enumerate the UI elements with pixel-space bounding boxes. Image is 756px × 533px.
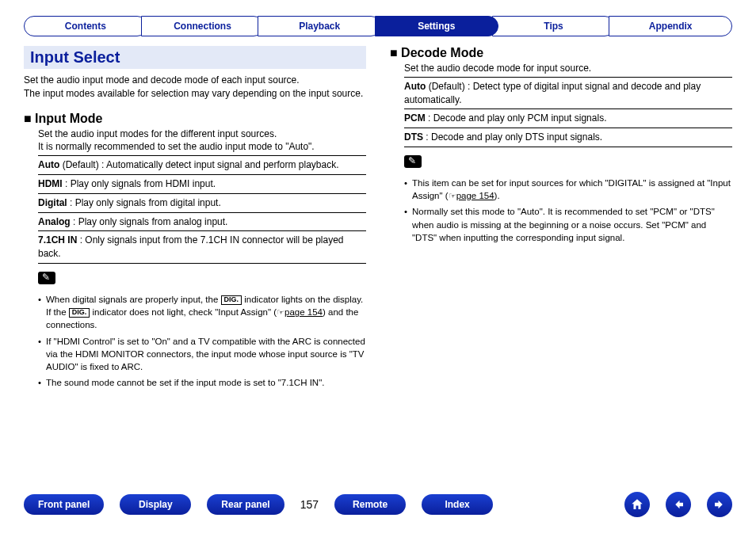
display-button[interactable]: Display <box>120 494 191 515</box>
remote-button[interactable]: Remote <box>334 494 406 515</box>
input-mode-options: Auto (Default) : Automatically detect in… <box>24 155 366 264</box>
option-row: DTS : Decode and play only DTS input sig… <box>404 128 732 147</box>
tab-playback[interactable]: Playback <box>258 16 381 36</box>
note-list-left: When digital signals are properly input,… <box>38 293 366 389</box>
note-icon <box>404 155 422 168</box>
arrow-right-icon <box>712 497 727 512</box>
page-154-link[interactable]: page 154 <box>456 191 494 200</box>
decode-mode-heading: Decode Mode <box>390 46 732 60</box>
tab-tips[interactable]: Tips <box>492 16 616 36</box>
input-mode-desc: Set the audio input modes for the differ… <box>38 128 366 154</box>
note-list-right: This item can be set for input sources f… <box>404 177 732 244</box>
index-button[interactable]: Index <box>422 494 493 515</box>
rear-panel-button[interactable]: Rear panel <box>207 494 284 515</box>
pointer-icon: ☞ <box>277 307 284 317</box>
bottom-bar: Front panel Display Rear panel 157 Remot… <box>24 492 732 517</box>
note-icon <box>38 272 55 284</box>
option-desc: (Default) : Automatically detect input s… <box>59 159 338 170</box>
dig-indicator-icon: DIG. <box>221 295 242 305</box>
option-desc: : Play only signals from HDMI input. <box>63 178 216 189</box>
option-label: HDMI <box>38 178 63 189</box>
note-item: Normally set this mode to "Auto". It is … <box>404 205 732 243</box>
option-desc: : Decode and play only PCM input signals… <box>426 112 607 124</box>
option-label: Analog <box>38 216 71 227</box>
tab-appendix[interactable]: Appendix <box>609 16 732 36</box>
note-item: This item can be set for input sources f… <box>404 177 732 202</box>
option-label: Digital <box>38 197 67 208</box>
option-row: HDMI : Play only signals from HDMI input… <box>38 174 366 193</box>
top-nav-tabs: ContentsConnectionsPlaybackSettingsTipsA… <box>24 16 732 36</box>
option-label: Auto <box>404 81 426 92</box>
option-desc: : Play only signals from digital input. <box>67 197 221 208</box>
option-desc: : Decode and play only DTS input signals… <box>423 131 602 143</box>
input-mode-heading: Input Mode <box>24 112 366 126</box>
option-row: Digital : Play only signals from digital… <box>38 193 366 212</box>
option-row: 7.1CH IN : Only signals input from the 7… <box>38 230 366 264</box>
option-label: PCM <box>404 112 426 124</box>
prev-button[interactable] <box>666 492 691 517</box>
page-154-link[interactable]: page 154 <box>284 307 323 317</box>
decode-mode-desc: Set the audio decode mode for input sour… <box>404 62 732 75</box>
note-item: When digital signals are properly input,… <box>38 293 366 332</box>
option-label: Auto <box>38 159 59 170</box>
decode-mode-options: Auto (Default) : Detect type of digital … <box>390 77 732 147</box>
option-label: 7.1CH IN <box>38 234 77 246</box>
page-title: Input Select <box>24 46 366 69</box>
note-item: The sound mode cannot be set if the inpu… <box>38 376 366 389</box>
next-button[interactable] <box>707 492 732 517</box>
option-row: PCM : Decode and play only PCM input sig… <box>404 109 732 128</box>
tab-contents[interactable]: Contents <box>24 16 147 36</box>
option-row: Auto (Default) : Automatically detect in… <box>38 155 366 174</box>
pointer-icon: ☞ <box>449 191 456 200</box>
front-panel-button[interactable]: Front panel <box>24 494 104 515</box>
note-item: If "HDMI Control" is set to "On" and a T… <box>38 335 366 373</box>
arrow-left-icon <box>671 497 685 512</box>
dig-indicator-icon: DIG. <box>69 308 90 318</box>
intro-text: Set the audio input mode and decode mode… <box>24 74 366 101</box>
option-desc: : Only signals input from the 7.1CH IN c… <box>38 234 344 259</box>
page-number: 157 <box>300 498 319 511</box>
home-button[interactable] <box>624 492 650 517</box>
right-column: Decode Mode Set the audio decode mode fo… <box>390 46 732 392</box>
option-row: Analog : Play only signals from analog i… <box>38 212 366 231</box>
option-desc: : Play only signals from analog input. <box>71 216 228 227</box>
tab-connections[interactable]: Connections <box>141 16 265 36</box>
option-desc: (Default) : Detect type of digital input… <box>404 81 701 105</box>
home-icon <box>630 497 644 512</box>
option-label: DTS <box>404 131 423 143</box>
left-column: Input Select Set the audio input mode an… <box>24 46 366 392</box>
tab-settings[interactable]: Settings <box>375 16 498 36</box>
option-row: Auto (Default) : Detect type of digital … <box>404 77 732 109</box>
